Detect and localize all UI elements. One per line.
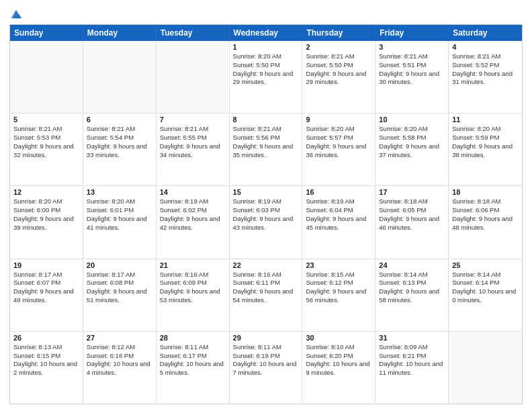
day-info: Sunrise: 8:14 AM Sunset: 6:13 PM Dayligh… <box>379 271 439 304</box>
day-info: Sunrise: 8:14 AM Sunset: 6:14 PM Dayligh… <box>452 271 516 304</box>
day-number: 25 <box>452 261 519 269</box>
day-number: 17 <box>379 188 445 196</box>
calendar-cell: 28Sunrise: 8:11 AM Sunset: 6:17 PM Dayli… <box>157 332 230 404</box>
calendar-cell: 24Sunrise: 8:14 AM Sunset: 6:13 PM Dayli… <box>375 259 449 331</box>
calendar-cell: 26Sunrise: 8:13 AM Sunset: 6:15 PM Dayli… <box>10 332 83 404</box>
calendar-header-cell: Friday <box>375 25 449 41</box>
calendar-cell: 19Sunrise: 8:17 AM Sunset: 6:07 PM Dayli… <box>10 259 83 331</box>
calendar-header-cell: Monday <box>83 25 157 41</box>
day-number: 23 <box>306 261 371 269</box>
day-info: Sunrise: 8:18 AM Sunset: 6:06 PM Dayligh… <box>452 197 513 230</box>
calendar-cell: 14Sunrise: 8:19 AM Sunset: 6:02 PM Dayli… <box>157 186 230 258</box>
day-number: 31 <box>379 334 445 342</box>
day-info: Sunrise: 8:20 AM Sunset: 5:57 PM Dayligh… <box>306 125 366 158</box>
calendar-cell: 13Sunrise: 8:20 AM Sunset: 6:01 PM Dayli… <box>83 186 157 258</box>
calendar-header-cell: Saturday <box>449 25 522 41</box>
day-number: 24 <box>379 261 445 269</box>
calendar-cell: 12Sunrise: 8:20 AM Sunset: 6:00 PM Dayli… <box>10 186 83 258</box>
day-number: 26 <box>13 334 79 342</box>
calendar-week-row: 5Sunrise: 8:21 AM Sunset: 5:53 PM Daylig… <box>10 113 522 186</box>
logo <box>9 9 22 20</box>
day-number: 7 <box>160 116 226 124</box>
day-number: 8 <box>233 116 299 124</box>
day-info: Sunrise: 8:20 AM Sunset: 6:01 PM Dayligh… <box>87 197 147 230</box>
day-number: 2 <box>306 43 371 51</box>
day-info: Sunrise: 8:21 AM Sunset: 5:54 PM Dayligh… <box>87 125 147 158</box>
calendar-cell: 8Sunrise: 8:21 AM Sunset: 5:56 PM Daylig… <box>230 113 303 185</box>
day-number: 3 <box>379 43 445 51</box>
day-info: Sunrise: 8:16 AM Sunset: 6:09 PM Dayligh… <box>160 271 220 304</box>
day-number: 29 <box>233 334 299 342</box>
day-info: Sunrise: 8:20 AM Sunset: 6:00 PM Dayligh… <box>13 197 74 230</box>
logo-icon <box>10 8 22 20</box>
day-number: 28 <box>160 334 226 342</box>
calendar-cell: 20Sunrise: 8:17 AM Sunset: 6:08 PM Dayli… <box>83 259 157 331</box>
day-info: Sunrise: 8:20 AM Sunset: 5:58 PM Dayligh… <box>379 125 439 158</box>
day-info: Sunrise: 8:10 AM Sunset: 6:20 PM Dayligh… <box>306 343 369 376</box>
day-number: 13 <box>87 188 152 196</box>
calendar-cell: 27Sunrise: 8:12 AM Sunset: 6:16 PM Dayli… <box>83 332 157 404</box>
day-number: 15 <box>233 188 299 196</box>
calendar-cell: 21Sunrise: 8:16 AM Sunset: 6:09 PM Dayli… <box>157 259 230 331</box>
calendar-cell: 6Sunrise: 8:21 AM Sunset: 5:54 PM Daylig… <box>83 113 157 185</box>
day-number: 5 <box>13 116 79 124</box>
day-info: Sunrise: 8:20 AM Sunset: 5:50 PM Dayligh… <box>233 52 294 85</box>
calendar-header-cell: Sunday <box>10 25 83 41</box>
day-info: Sunrise: 8:18 AM Sunset: 6:05 PM Dayligh… <box>379 197 439 230</box>
calendar-cell: 16Sunrise: 8:19 AM Sunset: 6:04 PM Dayli… <box>302 186 375 258</box>
calendar-cell: 18Sunrise: 8:18 AM Sunset: 6:06 PM Dayli… <box>449 186 522 258</box>
day-info: Sunrise: 8:13 AM Sunset: 6:15 PM Dayligh… <box>13 343 77 376</box>
day-number: 9 <box>306 116 371 124</box>
day-info: Sunrise: 8:21 AM Sunset: 5:55 PM Dayligh… <box>160 125 220 158</box>
calendar-cell: 31Sunrise: 8:09 AM Sunset: 6:21 PM Dayli… <box>375 332 449 404</box>
calendar-cell: 7Sunrise: 8:21 AM Sunset: 5:55 PM Daylig… <box>157 113 230 185</box>
calendar-cell: 9Sunrise: 8:20 AM Sunset: 5:57 PM Daylig… <box>302 113 375 185</box>
day-number: 20 <box>87 261 152 269</box>
day-info: Sunrise: 8:12 AM Sunset: 6:16 PM Dayligh… <box>87 343 150 376</box>
day-number: 6 <box>87 116 152 124</box>
calendar-cell <box>10 41 83 113</box>
calendar-cell: 25Sunrise: 8:14 AM Sunset: 6:14 PM Dayli… <box>449 259 522 331</box>
day-info: Sunrise: 8:21 AM Sunset: 5:51 PM Dayligh… <box>379 52 439 85</box>
calendar-cell: 15Sunrise: 8:19 AM Sunset: 6:03 PM Dayli… <box>230 186 303 258</box>
day-number: 18 <box>452 188 519 196</box>
day-number: 21 <box>160 261 226 269</box>
day-info: Sunrise: 8:16 AM Sunset: 6:11 PM Dayligh… <box>233 271 294 304</box>
calendar-header-row: SundayMondayTuesdayWednesdayThursdayFrid… <box>10 25 522 41</box>
day-info: Sunrise: 8:21 AM Sunset: 5:56 PM Dayligh… <box>233 125 294 158</box>
day-info: Sunrise: 8:17 AM Sunset: 6:07 PM Dayligh… <box>13 271 74 304</box>
calendar-cell <box>83 41 157 113</box>
day-info: Sunrise: 8:21 AM Sunset: 5:52 PM Dayligh… <box>452 52 513 85</box>
day-number: 30 <box>306 334 371 342</box>
day-info: Sunrise: 8:19 AM Sunset: 6:02 PM Dayligh… <box>160 197 220 230</box>
calendar-cell: 30Sunrise: 8:10 AM Sunset: 6:20 PM Dayli… <box>302 332 375 404</box>
day-number: 12 <box>13 188 79 196</box>
calendar-cell: 29Sunrise: 8:11 AM Sunset: 6:19 PM Dayli… <box>230 332 303 404</box>
day-info: Sunrise: 8:19 AM Sunset: 6:03 PM Dayligh… <box>233 197 294 230</box>
calendar-cell: 10Sunrise: 8:20 AM Sunset: 5:58 PM Dayli… <box>375 113 449 185</box>
calendar-week-row: 26Sunrise: 8:13 AM Sunset: 6:15 PM Dayli… <box>10 332 522 404</box>
calendar-body: 1Sunrise: 8:20 AM Sunset: 5:50 PM Daylig… <box>10 41 522 404</box>
calendar-cell: 2Sunrise: 8:21 AM Sunset: 5:50 PM Daylig… <box>302 41 375 113</box>
calendar-week-row: 19Sunrise: 8:17 AM Sunset: 6:07 PM Dayli… <box>10 259 522 332</box>
calendar-cell <box>449 332 522 404</box>
day-info: Sunrise: 8:21 AM Sunset: 5:50 PM Dayligh… <box>306 52 366 85</box>
day-number: 11 <box>452 116 519 124</box>
calendar-week-row: 12Sunrise: 8:20 AM Sunset: 6:00 PM Dayli… <box>10 186 522 259</box>
day-info: Sunrise: 8:21 AM Sunset: 5:53 PM Dayligh… <box>13 125 74 158</box>
calendar-header-cell: Thursday <box>302 25 375 41</box>
calendar-cell: 5Sunrise: 8:21 AM Sunset: 5:53 PM Daylig… <box>10 113 83 185</box>
day-number: 4 <box>452 43 519 51</box>
day-number: 1 <box>233 43 299 51</box>
calendar-cell: 1Sunrise: 8:20 AM Sunset: 5:50 PM Daylig… <box>230 41 303 113</box>
calendar-header-cell: Wednesday <box>230 25 303 41</box>
calendar-cell: 22Sunrise: 8:16 AM Sunset: 6:11 PM Dayli… <box>230 259 303 331</box>
day-number: 22 <box>233 261 299 269</box>
day-info: Sunrise: 8:11 AM Sunset: 6:19 PM Dayligh… <box>233 343 297 376</box>
calendar-cell: 11Sunrise: 8:20 AM Sunset: 5:59 PM Dayli… <box>449 113 522 185</box>
day-number: 27 <box>87 334 152 342</box>
day-info: Sunrise: 8:09 AM Sunset: 6:21 PM Dayligh… <box>379 343 443 376</box>
day-info: Sunrise: 8:17 AM Sunset: 6:08 PM Dayligh… <box>87 271 147 304</box>
calendar-cell <box>157 41 230 113</box>
day-info: Sunrise: 8:15 AM Sunset: 6:12 PM Dayligh… <box>306 271 366 304</box>
